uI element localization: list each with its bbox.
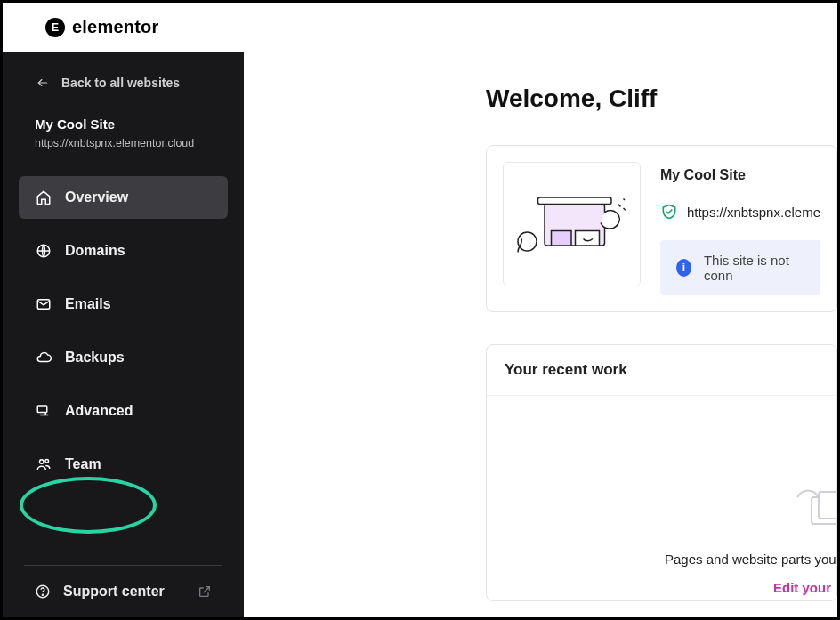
svg-point-7 [42,594,43,595]
svg-rect-3 [37,406,47,413]
svg-rect-9 [538,197,612,205]
mail-icon [35,296,52,312]
sidebar-item-advanced[interactable]: Advanced [19,390,228,432]
arrow-left-icon [35,76,51,89]
logo-mark-icon: E [45,18,65,37]
sidebar-item-domains[interactable]: Domains [19,229,228,272]
svg-rect-11 [576,231,600,246]
svg-rect-10 [552,231,572,246]
notice-text: This site is not conn [704,253,804,283]
sidebar-item-label: Backups [65,350,125,366]
sidebar-item-overview[interactable]: Overview [19,176,228,219]
support-center-label: Support center [63,584,165,600]
sidebar-item-label: Team [65,456,101,472]
sidebar-item-emails[interactable]: Emails [19,283,228,326]
home-icon [35,189,52,205]
shield-check-icon [660,203,678,221]
recent-work-heading: Your recent work [487,345,836,396]
cloud-icon [35,350,52,366]
svg-point-5 [45,459,49,463]
site-status-notice: i This site is not conn [660,240,820,295]
sidebar-support-center[interactable]: Support center [3,575,244,608]
brand-name: elementor [72,17,158,37]
svg-rect-14 [819,492,837,519]
sidebar-item-label: Emails [65,296,111,312]
users-icon [35,456,52,472]
help-icon [35,584,51,600]
storefront-illustration-icon [505,175,638,273]
sidebar: Back to all websites My Cool Site https:… [3,52,244,617]
site-block: My Cool Site https://xnbtspnx.elementor.… [3,108,244,169]
main-content: Welcome, Cliff [244,52,837,617]
pages-illustration-icon [792,485,837,529]
external-link-icon [198,584,212,599]
sidebar-item-backups[interactable]: Backups [19,336,228,379]
edit-your-link[interactable]: Edit your [773,580,831,595]
recent-work-card: Your recent work Pages and website parts… [486,344,837,601]
sidebar-item-label: Overview [65,189,128,205]
sliders-icon [35,403,52,419]
sidebar-divider [24,565,222,566]
site-card-url-row[interactable]: https://xnbtspnx.eleme [660,203,820,221]
svg-point-12 [518,232,537,251]
site-thumbnail [503,162,641,286]
recent-work-caption: Pages and website parts you [665,552,836,567]
sidebar-item-team[interactable]: Team [19,443,228,486]
sidebar-item-label: Advanced [65,403,133,419]
back-to-websites-link[interactable]: Back to all websites [3,72,244,108]
site-card-title: My Cool Site [660,167,820,183]
site-card-url-text: https://xnbtspnx.eleme [687,205,820,220]
topbar: E elementor [3,3,837,52]
svg-point-4 [40,460,44,464]
brand-logo[interactable]: E elementor [45,17,158,37]
info-icon: i [676,259,691,277]
globe-icon [35,243,52,259]
site-summary-card: My Cool Site https://xnbtspnx.eleme i Th… [486,145,837,312]
sidebar-nav: Overview Domains Emails [3,169,244,560]
page-title: Welcome, Cliff [486,85,837,113]
sidebar-site-url: https://xnbtspnx.elementor.cloud [35,137,226,149]
sidebar-site-name: My Cool Site [35,117,226,132]
back-label: Back to all websites [61,76,180,90]
sidebar-item-label: Domains [65,243,125,259]
